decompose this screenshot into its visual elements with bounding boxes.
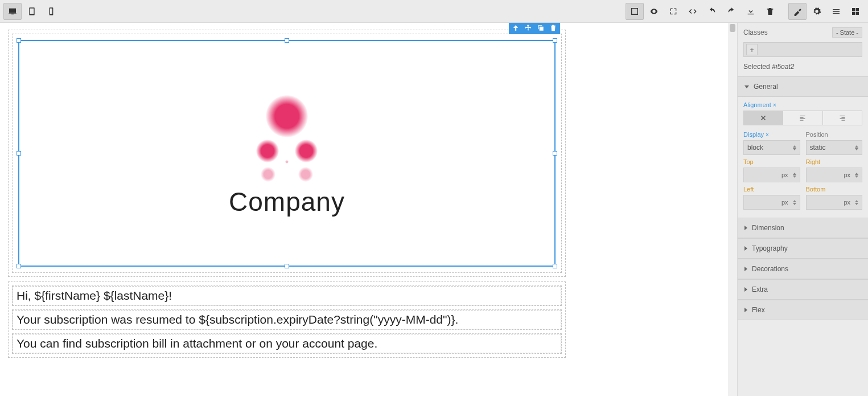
alignment-label: Alignment× xyxy=(743,101,862,108)
position-label: Position xyxy=(806,131,863,138)
state-select[interactable]: - State - xyxy=(832,27,862,38)
align-left-button[interactable] xyxy=(783,111,822,125)
device-desktop-button[interactable] xyxy=(3,3,22,20)
resize-handle[interactable] xyxy=(17,38,21,43)
device-mobile-button[interactable] xyxy=(42,3,60,20)
bottom-input[interactable]: px xyxy=(806,195,863,210)
resize-handle[interactable] xyxy=(17,151,21,156)
section-decorations[interactable]: Decorations xyxy=(738,259,868,279)
bottom-label: Bottom xyxy=(806,186,863,193)
canvas-actions xyxy=(626,3,865,20)
body-text-1[interactable]: Your subscription was resumed to ${subsc… xyxy=(13,310,561,329)
logo-image: Company xyxy=(229,89,345,217)
fullscreen-button[interactable] xyxy=(664,3,682,20)
style-manager-tab[interactable] xyxy=(788,3,807,20)
top-label: Top xyxy=(743,158,800,165)
section-typography[interactable]: Typography xyxy=(738,238,868,259)
top-input[interactable]: px xyxy=(743,168,800,182)
clear-button[interactable] xyxy=(761,3,779,20)
position-select[interactable]: static xyxy=(806,140,863,155)
resize-handle[interactable] xyxy=(285,38,289,43)
section-flex[interactable]: Flex xyxy=(738,300,868,320)
import-button[interactable] xyxy=(742,3,760,20)
copy-button[interactable] xyxy=(536,23,545,32)
top-toolbar xyxy=(0,0,868,23)
section-dimension[interactable]: Dimension xyxy=(738,218,868,238)
svg-rect-0 xyxy=(632,8,638,14)
resize-handle[interactable] xyxy=(553,38,557,43)
scrollbar[interactable] xyxy=(728,23,737,396)
left-label: Left xyxy=(743,186,800,193)
right-input[interactable]: px xyxy=(806,168,863,182)
selection-toolbar xyxy=(509,23,560,34)
canvas[interactable]: Company Hi, ${firstName} ${lastName}! Yo… xyxy=(0,23,737,396)
align-none-button[interactable] xyxy=(743,111,783,125)
left-input[interactable]: px xyxy=(743,195,800,210)
preview-button[interactable] xyxy=(645,3,663,20)
section-general-body: Alignment× Display× block Position stati… xyxy=(738,97,868,218)
style-sidebar: Classes - State - + Selected #i5oat2 Gen… xyxy=(737,23,868,396)
add-class-button[interactable]: + xyxy=(746,44,758,55)
layers-tab[interactable] xyxy=(827,3,845,20)
move-button[interactable] xyxy=(524,23,533,32)
code-button[interactable] xyxy=(684,3,702,20)
display-select[interactable]: block xyxy=(743,140,800,155)
delete-button[interactable] xyxy=(549,23,558,32)
section-extra[interactable]: Extra xyxy=(738,279,868,300)
select-parent-button[interactable] xyxy=(511,23,520,32)
blocks-tab[interactable] xyxy=(846,3,865,20)
resize-handle[interactable] xyxy=(553,264,557,268)
resize-handle[interactable] xyxy=(285,264,289,268)
logo-text: Company xyxy=(229,186,345,217)
selected-element-id: Selected #i5oat2 xyxy=(738,60,868,76)
undo-button[interactable] xyxy=(703,3,721,20)
selected-component[interactable]: Company xyxy=(18,40,556,267)
section-general[interactable]: General xyxy=(738,76,868,97)
alignment-group xyxy=(743,111,862,125)
resize-handle[interactable] xyxy=(17,264,21,268)
right-label: Right xyxy=(806,158,863,165)
align-right-button[interactable] xyxy=(823,111,862,125)
body-text-2[interactable]: You can find subscription bill in attach… xyxy=(13,334,561,353)
device-tablet-button[interactable] xyxy=(23,3,41,20)
resize-handle[interactable] xyxy=(553,151,557,156)
settings-tab[interactable] xyxy=(808,3,826,20)
outline-toggle-button[interactable] xyxy=(626,3,644,20)
redo-button[interactable] xyxy=(722,3,741,20)
greeting-text[interactable]: Hi, ${firstName} ${lastName}! xyxy=(13,286,561,305)
classes-label: Classes xyxy=(743,28,768,36)
device-switcher xyxy=(3,3,60,20)
class-input[interactable]: + xyxy=(743,42,862,57)
display-label: Display× xyxy=(743,131,800,138)
